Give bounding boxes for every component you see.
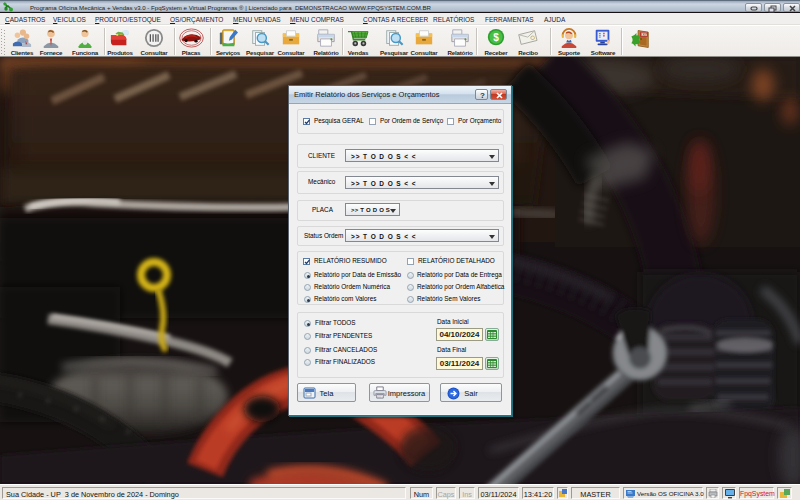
- svg-text:EXIT: EXIT: [640, 33, 649, 37]
- svg-text:?: ?: [480, 91, 485, 100]
- svg-text:$: $: [493, 32, 499, 43]
